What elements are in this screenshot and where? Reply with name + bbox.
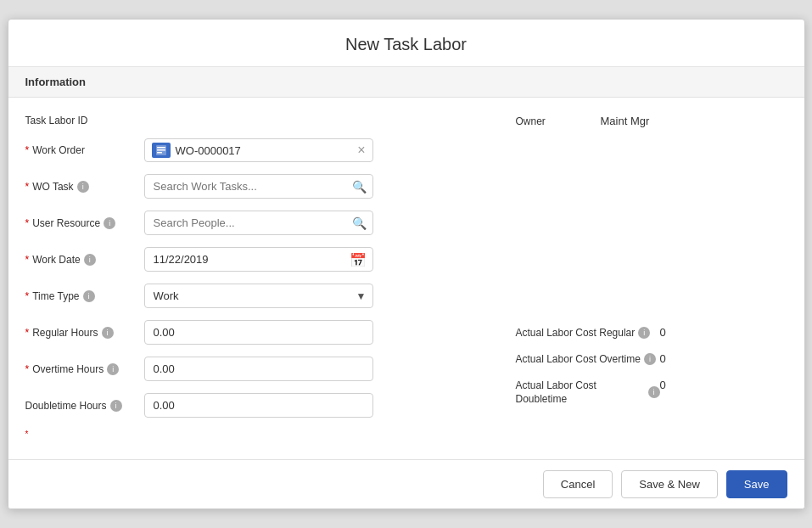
actual-labor-overtime-info-icon[interactable]: i xyxy=(644,353,656,365)
work-order-field: WO-0000017 × xyxy=(144,138,482,162)
regular-hours-info-icon[interactable]: i xyxy=(102,327,114,339)
spacer-2 xyxy=(516,177,787,202)
time-type-field: Work Overtime Doubletime ▼ xyxy=(144,284,482,308)
user-resource-search-icon: 🔍 xyxy=(352,216,367,230)
regular-hours-required: * xyxy=(25,327,30,339)
regular-hours-row: * Regular Hours i xyxy=(25,320,482,345)
work-order-label: * Work Order xyxy=(25,144,144,156)
time-type-label: * Time Type i xyxy=(25,290,144,302)
overtime-hours-input[interactable] xyxy=(144,357,373,381)
overtime-hours-row: * Overtime Hours i xyxy=(25,357,482,381)
spacer-3 xyxy=(516,214,787,239)
form-left: Task Labor ID * Work Order xyxy=(25,115,516,439)
work-date-field: 📅 xyxy=(144,247,482,272)
overtime-hours-field xyxy=(144,357,482,381)
user-resource-info-icon[interactable]: i xyxy=(104,217,115,229)
wo-task-row: * WO Task i 🔍 xyxy=(25,174,482,199)
calendar-icon[interactable]: 📅 xyxy=(350,251,367,267)
work-order-row: * Work Order WO-0000017 xyxy=(25,138,482,162)
user-resource-row: * User Resource i 🔍 xyxy=(25,211,482,235)
owner-row: Owner Maint Mgr xyxy=(516,115,787,127)
regular-hours-label: * Regular Hours i xyxy=(25,327,144,339)
regular-hours-input[interactable] xyxy=(144,320,373,345)
doubletime-hours-label: Doubletime Hours i xyxy=(25,400,144,412)
wo-task-required: * xyxy=(25,181,30,193)
owner-label: Owner xyxy=(516,115,601,127)
wo-task-label: * WO Task i xyxy=(25,181,144,193)
user-resource-input[interactable] xyxy=(144,211,373,235)
save-button[interactable]: Save xyxy=(726,470,787,498)
wo-task-input-wrap: 🔍 xyxy=(144,174,373,199)
work-date-info-icon[interactable]: i xyxy=(84,254,96,266)
work-order-icon xyxy=(152,143,171,158)
cancel-button[interactable]: Cancel xyxy=(543,470,613,498)
actual-labor-overtime-label: Actual Labor Cost Overtime i xyxy=(516,352,660,367)
wo-task-input[interactable] xyxy=(144,174,373,199)
work-date-required: * xyxy=(25,254,30,266)
spacer-5 xyxy=(516,289,787,314)
time-type-required: * xyxy=(25,290,30,302)
section-header: Information xyxy=(8,67,804,98)
actual-labor-doubletime-value: 0 xyxy=(660,379,666,391)
overtime-hours-label: * Overtime Hours i xyxy=(25,363,144,375)
actual-labor-regular-row: Actual Labor Cost Regular i 0 xyxy=(516,326,787,340)
doubletime-hours-field xyxy=(144,393,482,418)
work-date-input[interactable] xyxy=(144,247,373,272)
time-type-select-wrap: Work Overtime Doubletime ▼ xyxy=(144,284,373,308)
actual-labor-overtime-row: Actual Labor Cost Overtime i 0 xyxy=(516,352,787,367)
work-order-tag[interactable]: WO-0000017 × xyxy=(144,138,373,162)
overtime-hours-required: * xyxy=(25,363,30,375)
work-date-row: * Work Date i 📅 xyxy=(25,247,482,272)
time-type-info-icon[interactable]: i xyxy=(83,290,95,302)
time-type-row: * Time Type i Work Overtime Doubletime ▼ xyxy=(25,284,482,308)
modal: New Task Labor Information Task Labor ID… xyxy=(8,19,805,509)
actual-labor-doubletime-label: Actual Labor Cost Doubletime i xyxy=(516,379,660,407)
doubletime-hours-info-icon[interactable]: i xyxy=(110,400,122,412)
save-new-button[interactable]: Save & New xyxy=(621,470,718,498)
wo-task-field: 🔍 xyxy=(144,174,482,199)
user-resource-label: * User Resource i xyxy=(25,217,144,229)
task-labor-id-row: Task Labor ID xyxy=(25,115,482,126)
spacer-4 xyxy=(516,251,787,277)
actual-labor-regular-info-icon[interactable]: i xyxy=(638,327,650,339)
work-date-input-wrap: 📅 xyxy=(144,247,373,272)
wo-task-search-icon: 🔍 xyxy=(352,180,367,194)
form-right: Owner Maint Mgr Actual Labor Cost Regula… xyxy=(516,115,787,439)
modal-footer: Cancel Save & New Save xyxy=(8,459,804,508)
actual-labor-regular-value: 0 xyxy=(660,326,666,339)
owner-value: Maint Mgr xyxy=(601,115,650,127)
svg-rect-1 xyxy=(157,147,165,149)
form-body: Task Labor ID * Work Order xyxy=(8,98,804,459)
regular-hours-field xyxy=(144,320,482,345)
actual-labor-overtime-value: 0 xyxy=(660,352,666,365)
work-order-required: * xyxy=(25,144,30,156)
required-note: * xyxy=(25,430,482,439)
modal-title: New Task Labor xyxy=(8,20,804,67)
user-resource-input-wrap: 🔍 xyxy=(144,211,373,235)
time-type-select[interactable]: Work Overtime Doubletime xyxy=(144,284,373,308)
work-date-label: * Work Date i xyxy=(25,254,144,266)
doubletime-hours-input[interactable] xyxy=(144,393,373,418)
user-resource-required: * xyxy=(25,217,30,229)
spacer-1 xyxy=(516,139,787,165)
user-resource-field: 🔍 xyxy=(144,211,482,235)
svg-rect-3 xyxy=(157,152,162,154)
actual-labor-regular-label: Actual Labor Cost Regular i xyxy=(516,326,660,340)
actual-labor-doubletime-row: Actual Labor Cost Doubletime i 0 xyxy=(516,379,787,407)
work-order-clear[interactable]: × xyxy=(357,143,365,157)
task-labor-id-label: Task Labor ID xyxy=(25,115,144,126)
wo-task-info-icon[interactable]: i xyxy=(77,181,89,193)
overtime-hours-info-icon[interactable]: i xyxy=(107,363,119,375)
actual-labor-doubletime-info-icon[interactable]: i xyxy=(648,386,660,398)
svg-rect-2 xyxy=(157,149,165,151)
doubletime-hours-row: Doubletime Hours i xyxy=(25,393,482,418)
work-order-value: WO-0000017 xyxy=(176,144,353,157)
